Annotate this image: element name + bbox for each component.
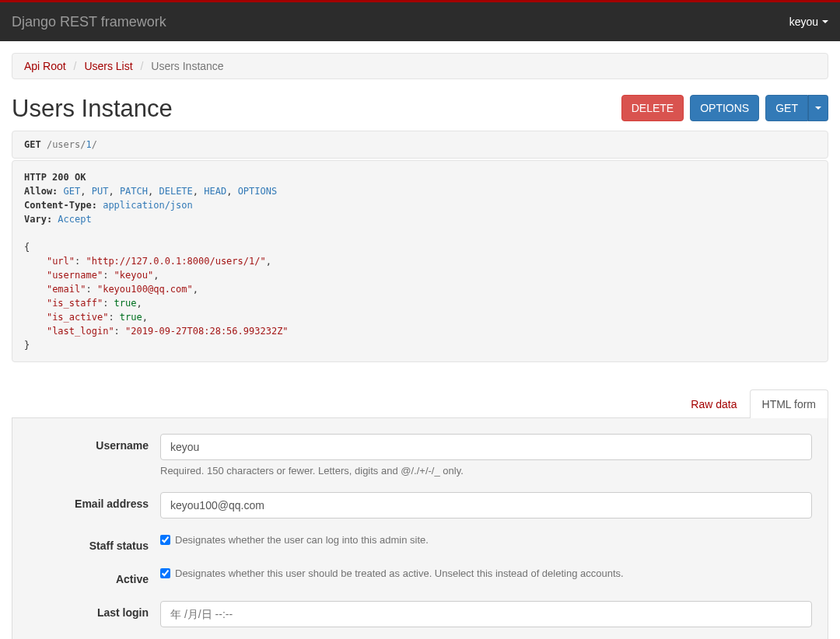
email-input[interactable] bbox=[160, 492, 812, 519]
get-button[interactable]: GET bbox=[765, 95, 808, 121]
request-method: GET bbox=[24, 139, 41, 150]
tab-raw-data[interactable]: Raw data bbox=[678, 389, 749, 418]
options-button[interactable]: OPTIONS bbox=[690, 95, 759, 121]
page-title: Users Instance bbox=[12, 95, 173, 123]
get-dropdown-button[interactable] bbox=[808, 95, 828, 121]
active-help: Designates whether this user should be t… bbox=[175, 567, 624, 579]
breadcrumb-list[interactable]: Users List bbox=[84, 60, 132, 72]
breadcrumb-separator: / bbox=[136, 60, 149, 72]
caret-down-icon bbox=[815, 106, 821, 110]
caret-down-icon bbox=[822, 20, 828, 23]
username-label: Username bbox=[28, 434, 160, 477]
staff-status-label: Staff status bbox=[28, 534, 160, 552]
active-checkbox[interactable] bbox=[160, 568, 170, 578]
breadcrumb: Api Root / Users List / Users Instance bbox=[12, 53, 828, 79]
user-menu[interactable]: keyou bbox=[789, 16, 828, 28]
staff-status-checkbox[interactable] bbox=[160, 535, 170, 545]
brand-link[interactable]: Django REST framework bbox=[12, 14, 166, 30]
tab-html-form[interactable]: HTML form bbox=[750, 389, 828, 418]
user-label: keyou bbox=[789, 16, 818, 28]
breadcrumb-root[interactable]: Api Root bbox=[24, 60, 66, 72]
last-login-input[interactable] bbox=[160, 601, 812, 627]
email-label: Email address bbox=[28, 492, 160, 519]
username-input[interactable] bbox=[160, 434, 812, 460]
staff-status-help: Designates whether the user can log into… bbox=[175, 534, 429, 546]
get-button-group: GET bbox=[765, 95, 828, 121]
breadcrumb-current: Users Instance bbox=[151, 60, 223, 72]
action-buttons: DELETE OPTIONS GET bbox=[621, 95, 828, 121]
request-path: /users/1/ bbox=[41, 139, 97, 150]
tab-bar: Raw data HTML form bbox=[12, 389, 828, 418]
active-label: Active bbox=[28, 567, 160, 585]
last-login-label: Last login bbox=[28, 601, 160, 627]
username-help: Required. 150 characters or fewer. Lette… bbox=[160, 465, 812, 477]
request-line: GET /users/1/ bbox=[12, 131, 828, 159]
breadcrumb-separator: / bbox=[69, 60, 82, 72]
response-block: HTTP 200 OK Allow: GET, PUT, PATCH, DELE… bbox=[12, 160, 828, 362]
form-panel: Username Required. 150 characters or few… bbox=[12, 418, 828, 639]
delete-button[interactable]: DELETE bbox=[621, 95, 684, 121]
navbar: Django REST framework keyou bbox=[0, 2, 840, 41]
